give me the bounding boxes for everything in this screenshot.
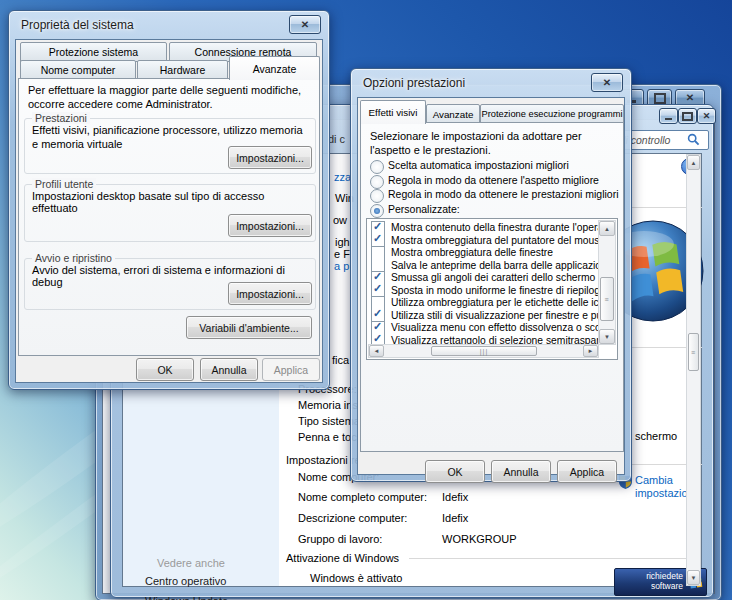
ok-button[interactable]: OK — [136, 358, 194, 381]
section-activation: Attivazione di Windows — [286, 552, 399, 564]
impostazioni-button-profili[interactable]: Impostazioni... — [228, 214, 312, 237]
tab-effetti-visivi[interactable]: Effetti visivi — [360, 100, 426, 124]
close-icon: ✕ — [603, 78, 611, 88]
group-title-profili-utente: Profili utente — [32, 178, 96, 190]
sidebar-header: Vedere anche — [157, 557, 225, 569]
checkbox[interactable] — [371, 284, 385, 297]
radio-label[interactable]: Regola in modo da ottenere le prestazion… — [388, 188, 619, 200]
list-item[interactable]: Visualizza menu con effetto dissolvenza … — [368, 321, 599, 334]
link-fragment[interactable]: a p — [334, 260, 349, 272]
apply-button[interactable]: Applica — [557, 460, 617, 483]
radio-label[interactable]: Regola in modo da ottenere l'aspetto mig… — [388, 174, 599, 186]
field-label: Nome completo computer: — [298, 491, 427, 503]
minimize-icon — [665, 113, 672, 120]
sidebar-item-centro-operativo[interactable]: Centro operativo — [145, 575, 226, 587]
scroll-up-arrow[interactable]: ▲ — [687, 155, 700, 170]
list-item[interactable]: Mostra contenuto della finestra durante … — [368, 221, 599, 234]
list-item[interactable]: Mostra ombreggiatura del puntatore del m… — [368, 234, 599, 247]
scroll-thumb[interactable]: ≡ — [688, 333, 699, 371]
dialog-body: Effetti visivi Avanzate Protezione esecu… — [357, 97, 625, 475]
maximize-icon — [654, 93, 666, 104]
list-item[interactable]: Utilizza stili di visualizzazione per fi… — [368, 309, 599, 322]
scroll-left-arrow[interactable]: ◄ — [369, 345, 384, 357]
list-hscrollbar[interactable]: ◄ ||| ► — [368, 344, 599, 358]
field-value: Idefix — [442, 512, 468, 524]
tab-protezione-sistema[interactable]: Protezione sistema — [20, 42, 167, 62]
checkbox[interactable] — [371, 259, 385, 272]
cancel-button[interactable]: Annulla — [491, 460, 551, 483]
radio-label[interactable]: Scelta automatica impostazioni migliori — [388, 159, 569, 171]
performance-options-dialog: Opzioni prestazioni ✕ Effetti visivi Ava… — [350, 68, 632, 482]
list-vscrollbar[interactable]: ▲ ≡ ▼ — [598, 220, 616, 345]
close-button[interactable]: ✕ — [591, 73, 623, 92]
window-scrollbar[interactable]: ▲ ≡ ▼ — [686, 154, 701, 586]
system-properties-dialog: Proprietà del sistema ✕ Protezione siste… — [8, 10, 330, 390]
checkbox[interactable] — [371, 234, 385, 247]
list-item[interactable]: Smussa gli angoli dei caratteri dello sc… — [368, 271, 599, 284]
impostazioni-button-avvio[interactable]: Impostazioni... — [228, 282, 312, 305]
checkbox[interactable] — [371, 296, 385, 309]
activation-status: Windows è attivato — [310, 572, 402, 584]
radio-prestazioni-migliori[interactable] — [370, 189, 384, 203]
checkbox[interactable] — [371, 221, 385, 234]
close-icon: ✕ — [703, 112, 711, 121]
link-fragment[interactable]: zza — [334, 171, 351, 183]
scroll-up-arrow[interactable]: ▲ — [599, 221, 615, 236]
maximize-button[interactable] — [678, 108, 697, 124]
text-fragment: ow — [333, 214, 347, 226]
close-icon: ✕ — [301, 20, 309, 30]
apply-button[interactable]: Applica — [262, 358, 320, 381]
scroll-right-arrow[interactable]: ► — [583, 345, 598, 357]
group-text: Impostazioni desktop basate sul tipo di … — [32, 190, 308, 214]
text-fragment: schermo — [635, 430, 677, 442]
intro-text: Per effettuare la maggior parte delle se… — [28, 84, 314, 112]
tab-avanzate[interactable]: Avanzate — [229, 56, 320, 80]
radio-personalizzate[interactable] — [370, 204, 384, 218]
tab-hardware[interactable]: Hardware — [137, 60, 228, 80]
dialog-title: Opzioni prestazioni — [363, 76, 465, 90]
variabili-ambiente-button[interactable]: Variabili d'ambiente... — [186, 316, 312, 339]
field-label: Descrizione computer: — [298, 512, 407, 524]
sidebar-item-windows-update[interactable]: Windows Update — [145, 595, 228, 600]
effects-list[interactable]: Mostra contenuto della finestra durante … — [366, 218, 618, 360]
text-fragment: igh — [335, 236, 350, 248]
tab-nome-computer[interactable]: Nome computer — [20, 60, 136, 80]
text-fragment: fica — [332, 354, 349, 366]
radio-label[interactable]: Personalizzate: — [388, 203, 460, 215]
close-button[interactable]: ✕ — [697, 108, 716, 124]
field-value: WORKGROUP — [442, 533, 517, 545]
maximize-icon — [682, 112, 693, 121]
badge-text: richiedete software — [646, 572, 683, 592]
close-icon: ✕ — [686, 93, 694, 103]
radio-aspetto-migliore[interactable] — [370, 175, 384, 189]
search-icon[interactable] — [687, 133, 700, 146]
tab-avanzate[interactable]: Avanzate — [426, 104, 480, 124]
dialog-body: Protezione sistema Connessione remota No… — [15, 39, 323, 383]
field-label: Gruppo di lavoro: — [298, 533, 382, 545]
divider — [409, 558, 701, 559]
ok-button[interactable]: OK — [425, 460, 485, 483]
impostazioni-button-prestazioni[interactable]: Impostazioni... — [228, 146, 312, 169]
tab-protezione-esecuzione[interactable]: Protezione esecuzione programmi — [480, 104, 624, 124]
scroll-thumb[interactable]: ≡ — [600, 277, 614, 321]
cancel-button[interactable]: Annulla — [200, 358, 258, 381]
breadcrumb[interactable]: di c — [328, 133, 345, 145]
radio-scelta-automatica[interactable] — [370, 160, 384, 174]
checkbox[interactable] — [371, 246, 385, 259]
list-item[interactable]: Sposta in modo uniforme le finestre di r… — [368, 284, 599, 297]
checkbox[interactable] — [371, 309, 385, 322]
checkbox[interactable] — [371, 271, 385, 284]
list-item[interactable]: Mostra ombreggiatura delle finestre — [368, 246, 599, 259]
scroll-down-arrow[interactable]: ▼ — [599, 329, 615, 344]
group-title-avvio-ripristino: Avvio e ripristino — [32, 252, 115, 264]
minimize-button[interactable] — [659, 108, 678, 124]
checkbox[interactable] — [371, 321, 385, 334]
list-item[interactable]: Salva le anteprime della barra delle app… — [368, 259, 599, 272]
dialog-title: Proprietà del sistema — [21, 18, 134, 32]
text-fragment: e F — [334, 248, 350, 260]
group-title-prestazioni: Prestazioni — [32, 112, 90, 124]
close-button[interactable]: ✕ — [289, 15, 321, 34]
scroll-down-arrow[interactable]: ▼ — [687, 570, 700, 585]
scroll-thumb[interactable]: ||| — [431, 346, 537, 356]
list-item[interactable]: Utilizza ombreggiatura per le etichette … — [368, 296, 599, 309]
